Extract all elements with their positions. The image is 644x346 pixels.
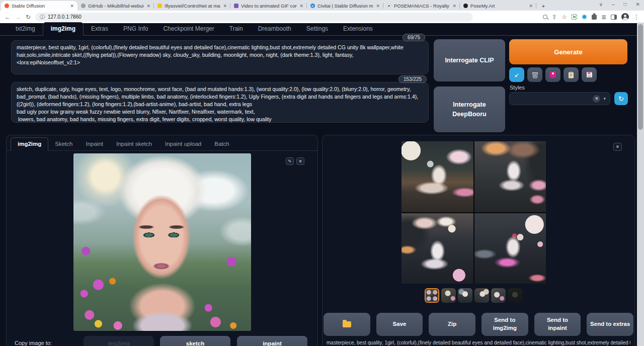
reload-icon[interactable]: ↻	[26, 14, 31, 20]
webui-nav: txt2img img2img Extras PNG Info Checkpoi…	[0, 23, 637, 36]
thumbnail-3[interactable]	[458, 288, 472, 303]
send-to-inpaint-button[interactable]: Send to inpaint	[534, 313, 581, 336]
tab-close-icon[interactable]: ✕	[376, 4, 380, 9]
edit-image-icon[interactable]: ✎	[286, 157, 294, 165]
extra-networks-button[interactable]	[545, 67, 560, 82]
tab-dreambooth[interactable]: Dreambooth	[251, 23, 299, 35]
close-gallery-icon[interactable]: ✕	[613, 143, 622, 151]
apply-style-button[interactable]	[564, 67, 579, 82]
tab-extensions[interactable]: Extensions	[336, 23, 380, 35]
chevron-down-icon: ▾	[603, 96, 606, 101]
result-image-grid[interactable]	[401, 141, 546, 284]
browser-tab-civitai[interactable]: C Civitai | Stable Diffusion models ✕	[307, 1, 383, 11]
save-style-button[interactable]	[582, 67, 597, 82]
browser-tab-posemaniacs[interactable]: P POSEMANIACS - Royalty free 3 ✕	[383, 1, 460, 11]
chevron-down-icon[interactable]: ∨	[599, 2, 603, 7]
tab-close-icon[interactable]: ✕	[299, 4, 303, 9]
restore-icon[interactable]: □	[624, 2, 627, 7]
refresh-styles-button[interactable]: ↻	[614, 92, 628, 105]
tab-train[interactable]: Train	[222, 23, 251, 35]
tab-checkpoint-merger[interactable]: Checkpoint Merger	[155, 23, 221, 35]
controlnet-favicon	[157, 4, 162, 8]
browser-tab-stable-diffusion[interactable]: Stable Diffusion ✕	[1, 1, 77, 11]
scrollbar-thumb[interactable]	[638, 24, 643, 130]
thumbnail-6[interactable]	[508, 288, 522, 303]
send-to-extras-button[interactable]: Send to extras	[587, 313, 633, 336]
browser-tab-video-gif[interactable]: Video to animated GIF converter ✕	[230, 1, 307, 11]
toolbar-right-icons: ⇪ ☆ N ≣ ⋮	[543, 13, 639, 21]
extensions-puzzle-icon[interactable]	[592, 15, 597, 20]
subtab-inpaint[interactable]: Inpaint	[79, 138, 110, 150]
negative-prompt-token-counter: 153/225	[398, 75, 427, 83]
tab-close-icon[interactable]: ✕	[529, 4, 533, 9]
arrow-down-left-icon: ↙	[514, 71, 519, 78]
read-generation-params-button[interactable]: ↙	[509, 67, 524, 82]
result-image-3[interactable]	[401, 213, 473, 284]
thumbnail-4[interactable]	[474, 288, 489, 303]
subtab-inpaint-sketch[interactable]: Inpaint sketch	[110, 138, 158, 150]
tab-close-icon[interactable]: ✕	[452, 4, 456, 9]
save-button[interactable]: Save	[376, 313, 423, 336]
zoom-icon[interactable]	[543, 15, 547, 19]
floppy-disk-icon	[586, 71, 593, 78]
tab-txt2img[interactable]: txt2img	[8, 23, 43, 35]
site-info-icon[interactable]: ⓘ	[40, 14, 45, 21]
clear-prompt-button[interactable]	[527, 67, 542, 82]
copy-to-img2img-button: img2img	[84, 336, 154, 346]
result-image-2[interactable]	[474, 141, 546, 212]
extension-blue-icon[interactable]	[582, 14, 587, 20]
thumbnail-grid[interactable]	[425, 288, 439, 303]
new-tab-button[interactable]: +	[539, 2, 547, 10]
result-image-4[interactable]	[474, 213, 546, 284]
menu-dots-icon[interactable]: ⋮	[633, 14, 639, 20]
subtab-img2img[interactable]: img2img	[11, 137, 48, 151]
browser-tab-posemyart[interactable]: PoseMy.Art ✕	[460, 1, 536, 11]
prompt-tool-buttons: ↙	[509, 67, 597, 82]
negative-prompt-input[interactable]: sketch, duplicate, ugly, huge eyes, text…	[11, 82, 429, 123]
thumbnail-5[interactable]	[491, 288, 506, 303]
remove-image-icon[interactable]: ✕	[296, 157, 304, 165]
zip-button[interactable]: Zip	[429, 313, 475, 336]
subtab-batch[interactable]: Batch	[208, 138, 235, 150]
styles-label: Styles	[510, 84, 525, 91]
share-icon[interactable]: ⇪	[552, 14, 557, 20]
url-bar[interactable]: ⓘ 127.0.0.1:7860	[35, 13, 473, 22]
tab-png-info[interactable]: PNG Info	[116, 23, 155, 35]
send-to-img2img-button[interactable]: Send to img2img	[481, 313, 528, 336]
browser-tab-github[interactable]: GitHub - Mikubill/sd-webui-con ✕	[77, 1, 154, 11]
browser-tab-controlnet[interactable]: Illyasviel/ControlNet at main ✕	[154, 1, 230, 11]
tab-extras[interactable]: Extras	[84, 23, 116, 35]
minimize-icon[interactable]: –	[612, 2, 615, 7]
subtab-sketch[interactable]: Sketch	[48, 138, 79, 150]
copy-to-sketch-button[interactable]: sketch	[160, 336, 230, 346]
clear-styles-icon[interactable]: ✕	[593, 95, 600, 103]
page-scrollbar[interactable]	[637, 23, 644, 346]
extension-n-icon[interactable]: N	[572, 14, 577, 20]
interrogate-deepbooru-button[interactable]: Interrogate DeepBooru	[434, 86, 505, 132]
tab-img2img[interactable]: img2img	[43, 22, 84, 36]
thumbnail-2[interactable]	[441, 288, 456, 303]
prompt-input[interactable]: masterpiece, best quality, 1girl, (color…	[11, 40, 429, 74]
image-tools: ✎ ✕	[286, 157, 304, 165]
close-icon[interactable]: ✕	[636, 2, 640, 7]
open-folder-button[interactable]	[324, 313, 370, 336]
copy-to-inpaint-button[interactable]: inpaint	[237, 336, 307, 346]
result-image-1[interactable]	[401, 141, 473, 212]
side-panel-icon[interactable]	[611, 15, 617, 20]
tab-close-icon[interactable]: ✕	[223, 4, 227, 9]
styles-dropdown[interactable]: ✕ ▾	[509, 92, 610, 105]
tab-close-icon[interactable]: ✕	[70, 4, 74, 9]
profile-avatar[interactable]	[621, 13, 629, 21]
tab-list-icon[interactable]: ≣	[601, 14, 606, 20]
tab-close-icon[interactable]: ✕	[146, 4, 150, 9]
img2img-sub-tabs: img2img Sketch Inpaint Inpaint sketch In…	[7, 135, 317, 151]
bookmark-star-icon[interactable]: ☆	[561, 14, 567, 20]
back-icon[interactable]: ←	[5, 14, 11, 20]
tab-settings[interactable]: Settings	[299, 23, 336, 35]
interrogate-clip-button[interactable]: Interrogate CLIP	[434, 39, 505, 81]
generate-button[interactable]: Generate	[509, 39, 627, 64]
stable-diffusion-favicon	[5, 4, 9, 8]
subtab-inpaint-upload[interactable]: Inpaint upload	[158, 138, 208, 150]
source-image-portrait[interactable]	[73, 153, 251, 331]
forward-icon[interactable]: →	[15, 14, 21, 20]
